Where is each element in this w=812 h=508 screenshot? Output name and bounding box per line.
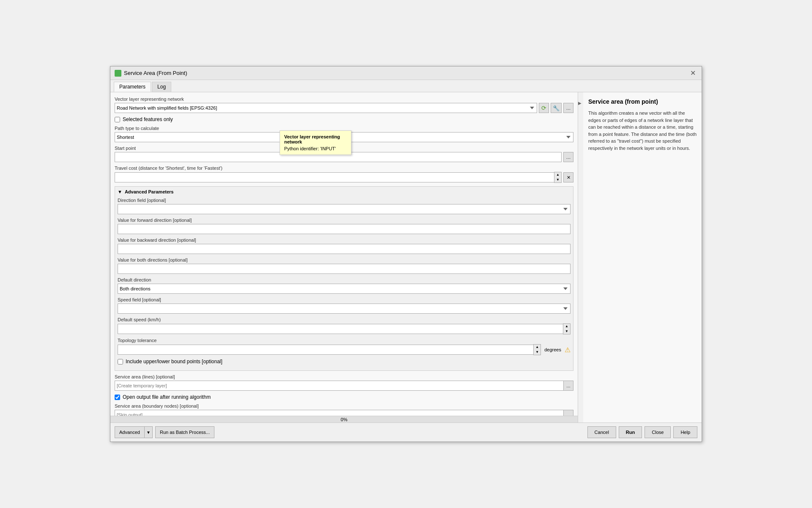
- tab-parameters[interactable]: Parameters: [114, 82, 151, 92]
- help-button[interactable]: Help: [673, 426, 697, 438]
- speed-field-group: Speed field [optional]: [118, 297, 571, 314]
- side-panel-toggle[interactable]: ▶: [578, 92, 583, 422]
- qgis-icon: [115, 70, 121, 77]
- speed-field-label: Speed field [optional]: [118, 297, 571, 302]
- open-output-checkbox[interactable]: [115, 395, 120, 400]
- progress-bar-container: 0%: [110, 416, 578, 422]
- network-select[interactable]: Road Network with simplified fields [EPS…: [115, 103, 537, 113]
- default-speed-input[interactable]: 50.000000: [118, 324, 563, 334]
- service-nodes-group: Service area (boundary nodes) [optional]…: [115, 403, 573, 416]
- service-nodes-row: …: [115, 410, 573, 416]
- help-description: This algorithm creates a new vector with…: [588, 110, 697, 152]
- window-close-button[interactable]: ✕: [689, 69, 697, 77]
- topology-spin-down[interactable]: ▼: [534, 350, 540, 355]
- params-scroll[interactable]: Vector layer representing network Road N…: [110, 92, 578, 416]
- close-button[interactable]: Close: [645, 426, 671, 438]
- start-point-more-button[interactable]: …: [563, 152, 573, 162]
- default-speed-spin-buttons: ▲ ▼: [563, 323, 571, 334]
- open-output-label: Open output file after running algorithm: [123, 394, 211, 400]
- forward-dir-label: Value for forward direction [optional]: [118, 218, 571, 223]
- tab-log[interactable]: Log: [152, 82, 171, 92]
- service-nodes-more-button[interactable]: …: [564, 410, 573, 416]
- default-dir-group: Default direction Both directions: [118, 277, 571, 294]
- more-icon: …: [566, 105, 571, 110]
- bottom-right: Cancel Run Close Help: [587, 426, 697, 438]
- travel-cost-spin-buttons: ▲ ▼: [554, 172, 562, 183]
- travel-cost-row: 1000.000000 ▲ ▼ ✕: [115, 172, 573, 183]
- forward-dir-input[interactable]: [118, 224, 571, 234]
- main-window: Service Area (From Point) ✕ Parameters L…: [110, 66, 702, 442]
- topology-row: 0.000000 ▲ ▼ degrees ⚠: [118, 344, 571, 355]
- service-lines-group: Service area (lines) [optional] …: [115, 374, 573, 391]
- selected-features-row: Selected features only: [115, 116, 573, 122]
- both-dir-input[interactable]: [118, 264, 571, 274]
- advanced-arrow-button[interactable]: ▼: [144, 426, 153, 438]
- service-lines-label: Service area (lines) [optional]: [115, 374, 573, 379]
- main-content: Vector layer representing network Road N…: [110, 92, 702, 422]
- bottom-bar: Advanced ▼ Run as Batch Process... Cance…: [110, 422, 702, 442]
- service-lines-input[interactable]: [115, 381, 564, 391]
- network-settings-button[interactable]: 🔧: [551, 103, 562, 113]
- selected-features-checkbox[interactable]: [115, 117, 120, 122]
- travel-cost-spin-up[interactable]: ▲: [554, 172, 561, 177]
- tooltip-title: Vector layer representing network: [284, 134, 347, 144]
- topology-spin-up[interactable]: ▲: [534, 345, 540, 350]
- default-speed-label: Default speed (km/h): [118, 317, 571, 322]
- default-speed-spin-down[interactable]: ▼: [563, 329, 570, 334]
- advanced-header[interactable]: ▼ Advanced Parameters: [118, 189, 571, 194]
- travel-cost-clear-button[interactable]: ✕: [563, 172, 573, 182]
- warning-icon: ⚠: [565, 346, 571, 354]
- advanced-button[interactable]: Advanced: [115, 426, 144, 438]
- backward-dir-input[interactable]: [118, 244, 571, 254]
- default-dir-label: Default direction: [118, 277, 571, 282]
- tooltip-body: Python identifier: 'INPUT': [284, 146, 347, 151]
- help-panel: Service area (from point) This algorithm…: [583, 92, 702, 422]
- dropdown-arrow-icon: ▼: [146, 430, 151, 435]
- run-button[interactable]: Run: [619, 426, 642, 438]
- default-speed-spin-up[interactable]: ▲: [563, 324, 570, 329]
- bottom-left: Advanced ▼ Run as Batch Process...: [115, 426, 214, 438]
- title-bar-left: Service Area (From Point): [115, 70, 187, 77]
- direction-field-row: [118, 204, 571, 214]
- topology-spinbox: 0.000000 ▲ ▼: [118, 344, 541, 355]
- default-speed-spinbox: 50.000000 ▲ ▼: [118, 323, 571, 334]
- backward-dir-label: Value for backward direction [optional]: [118, 237, 571, 243]
- direction-field-group: Direction field [optional]: [118, 198, 571, 214]
- arrow-icon: ▶: [578, 101, 582, 105]
- network-field-group: Vector layer representing network Road N…: [115, 97, 573, 113]
- service-lines-more-button[interactable]: …: [564, 381, 573, 391]
- default-speed-group: Default speed (km/h) 50.000000 ▲ ▼: [118, 317, 571, 334]
- include-bound-checkbox[interactable]: [118, 359, 123, 364]
- tooltip-box: Vector layer representing network Python…: [280, 130, 351, 155]
- window-title: Service Area (From Point): [124, 70, 187, 76]
- topology-spin-buttons: ▲ ▼: [533, 344, 541, 355]
- topology-unit: degrees: [544, 347, 561, 352]
- speed-field-select[interactable]: [118, 304, 571, 314]
- backward-dir-group: Value for backward direction [optional]: [118, 237, 571, 254]
- default-dir-row: Both directions: [118, 284, 571, 294]
- direction-field-select[interactable]: [118, 204, 571, 214]
- cancel-button[interactable]: Cancel: [587, 426, 616, 438]
- travel-cost-group: Travel cost (distance for 'Shortest', ti…: [115, 166, 573, 183]
- forward-dir-group: Value for forward direction [optional]: [118, 218, 571, 234]
- direction-field-label: Direction field [optional]: [118, 198, 571, 203]
- network-refresh-button[interactable]: ⟳: [539, 103, 549, 113]
- open-output-row: Open output file after running algorithm: [115, 394, 573, 400]
- service-nodes-input[interactable]: [115, 410, 564, 416]
- topology-input[interactable]: 0.000000: [118, 345, 533, 355]
- service-nodes-label: Service area (boundary nodes) [optional]: [115, 403, 573, 409]
- title-bar: Service Area (From Point) ✕: [110, 66, 702, 80]
- network-more-button[interactable]: …: [563, 103, 573, 113]
- travel-cost-spin-down[interactable]: ▼: [554, 177, 561, 182]
- advanced-parameters-section: ▼ Advanced Parameters Direction field [o…: [115, 186, 573, 371]
- include-bound-label: Include upper/lower bound points [option…: [126, 359, 222, 364]
- progress-text: 0%: [110, 416, 578, 423]
- network-field-row: Road Network with simplified fields [EPS…: [115, 103, 573, 113]
- default-dir-select[interactable]: Both directions: [118, 284, 571, 294]
- refresh-icon: ⟳: [541, 105, 546, 111]
- both-dir-group: Value for both directions [optional]: [118, 257, 571, 274]
- settings-icon: 🔧: [553, 105, 560, 111]
- batch-process-button[interactable]: Run as Batch Process...: [155, 426, 214, 438]
- travel-cost-input[interactable]: 1000.000000: [115, 172, 554, 182]
- topology-group: Topology tolerance 0.000000 ▲ ▼ degrees: [118, 338, 571, 355]
